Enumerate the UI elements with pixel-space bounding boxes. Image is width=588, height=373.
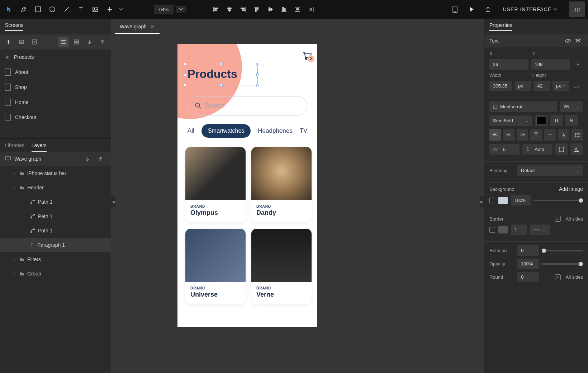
valign-middle-icon[interactable] bbox=[544, 129, 556, 141]
font-color-swatch[interactable] bbox=[535, 115, 547, 126]
background-opacity[interactable]: 100% bbox=[511, 195, 531, 206]
align-hcenter-icon[interactable] bbox=[223, 3, 236, 16]
opacity-slider[interactable] bbox=[542, 263, 583, 265]
screen-item[interactable]: Home bbox=[0, 95, 111, 110]
cat-all[interactable]: All bbox=[188, 127, 194, 134]
layer-item[interactable]: ›Group bbox=[0, 266, 111, 281]
layer-root-row[interactable]: Wave graph bbox=[0, 152, 111, 166]
background-opacity-slider[interactable] bbox=[534, 200, 583, 201]
cat-smartwatches[interactable]: Smartwatches bbox=[201, 124, 251, 138]
border-style-select[interactable]: ⌄ bbox=[530, 225, 550, 235]
valign-top-icon[interactable] bbox=[530, 129, 542, 141]
align-top-icon[interactable] bbox=[250, 3, 263, 16]
layer-item[interactable]: TParagraph 1 bbox=[0, 238, 111, 252]
text-tool[interactable]: T bbox=[75, 3, 87, 16]
add-tool[interactable] bbox=[103, 3, 116, 16]
tab-layers[interactable]: Layers bbox=[32, 142, 47, 152]
y-input[interactable]: 109 bbox=[531, 59, 570, 70]
view-list-icon[interactable] bbox=[58, 37, 68, 47]
canvas-area[interactable]: Wave graph ✕ ◀ ▶ 2 Products All bbox=[111, 19, 484, 373]
link-dimensions-icon[interactable] bbox=[572, 81, 582, 91]
search-input[interactable] bbox=[205, 102, 300, 109]
round-allsides-checkbox[interactable] bbox=[555, 274, 561, 280]
screen-item[interactable]: ★Products bbox=[0, 49, 111, 65]
strikethrough-icon[interactable]: S bbox=[565, 115, 578, 126]
layer-item[interactable]: Path 1 bbox=[0, 195, 111, 209]
screen-item[interactable]: Checkout bbox=[0, 110, 111, 125]
border-width-input[interactable]: 1 bbox=[511, 225, 527, 235]
add-screen-icon[interactable] bbox=[4, 37, 14, 47]
distribute-v-icon[interactable] bbox=[291, 3, 304, 16]
close-icon[interactable]: ✕ bbox=[150, 24, 155, 29]
distribute-h-icon[interactable] bbox=[305, 3, 318, 16]
product-card[interactable]: BRANDUniverse bbox=[185, 229, 246, 304]
project-dropdown[interactable]: USER INTERFACE bbox=[498, 4, 562, 15]
layer-item[interactable]: ›Filters bbox=[0, 252, 111, 266]
zoom-caret[interactable] bbox=[176, 6, 186, 13]
layer-item[interactable]: ⌄Header bbox=[0, 180, 111, 195]
border-swatch[interactable] bbox=[498, 226, 508, 233]
list-icon[interactable] bbox=[572, 129, 583, 141]
chevron-icon[interactable]: › bbox=[12, 272, 16, 276]
text-align-center-icon[interactable] bbox=[503, 129, 514, 141]
valign-bottom-icon[interactable] bbox=[558, 129, 569, 141]
opacity-input[interactable]: 100% bbox=[517, 259, 539, 269]
layer-down-icon[interactable] bbox=[82, 154, 92, 164]
border-enable-checkbox[interactable] bbox=[489, 227, 495, 233]
zoom-level[interactable]: 64% bbox=[154, 5, 174, 14]
product-card[interactable]: BRANDOlympus bbox=[185, 147, 246, 222]
background-swatch[interactable] bbox=[498, 197, 508, 204]
text-color-icon[interactable]: A bbox=[570, 143, 583, 155]
screen-image-icon[interactable] bbox=[16, 37, 27, 47]
sort-up-icon[interactable] bbox=[97, 37, 107, 47]
add-tool-caret[interactable] bbox=[118, 3, 124, 16]
layer-item[interactable]: ›iPhone status bar bbox=[0, 166, 111, 180]
letter-spacing-input[interactable]: AV0 bbox=[489, 144, 520, 155]
product-card[interactable]: BRANDDandy bbox=[251, 147, 312, 222]
pin-icon[interactable] bbox=[573, 60, 583, 70]
screen-item[interactable]: About bbox=[0, 65, 111, 80]
artboard[interactable]: 2 Products All Smartwatches Headphones T… bbox=[177, 44, 317, 327]
chevron-icon[interactable]: ⌄ bbox=[12, 185, 16, 190]
layers-stack-icon[interactable] bbox=[573, 36, 583, 46]
sort-down-icon[interactable] bbox=[84, 37, 94, 47]
collapse-left-icon[interactable]: ◀ bbox=[111, 196, 115, 207]
select-tool[interactable] bbox=[3, 3, 16, 16]
tab-libraries[interactable]: Libraries bbox=[5, 142, 24, 152]
align-right-icon[interactable] bbox=[237, 3, 250, 16]
font-weight-select[interactable]: SemiBold⌄ bbox=[489, 115, 532, 126]
chevron-icon[interactable]: › bbox=[12, 171, 16, 175]
layer-item[interactable]: Path 1 bbox=[0, 209, 111, 223]
font-size-select[interactable]: 26⌄ bbox=[560, 101, 583, 112]
layer-up-icon[interactable] bbox=[96, 154, 106, 164]
align-bottom-icon[interactable] bbox=[278, 3, 290, 16]
rotation-input[interactable]: 0° bbox=[517, 245, 539, 256]
round-input[interactable]: 0 bbox=[517, 272, 539, 282]
align-left-icon[interactable] bbox=[209, 3, 222, 16]
chevron-icon[interactable]: › bbox=[12, 257, 16, 261]
border-allsides-checkbox[interactable] bbox=[555, 216, 561, 222]
layer-item[interactable]: Path 1 bbox=[0, 223, 111, 238]
image-tool[interactable] bbox=[89, 3, 102, 16]
ellipse-tool[interactable] bbox=[46, 3, 59, 16]
line-height-input[interactable]: Auto bbox=[522, 144, 553, 155]
pen-tool[interactable] bbox=[17, 3, 30, 16]
x-input[interactable]: 26 bbox=[489, 59, 528, 70]
rotation-slider[interactable] bbox=[542, 250, 583, 251]
width-unit[interactable]: px bbox=[514, 81, 531, 91]
user-avatar[interactable]: JD bbox=[569, 1, 585, 17]
device-icon[interactable] bbox=[449, 3, 461, 16]
visibility-icon[interactable] bbox=[563, 36, 573, 46]
rect-tool[interactable] bbox=[32, 3, 44, 16]
underline-icon[interactable]: U bbox=[550, 115, 563, 126]
background-enable-checkbox[interactable] bbox=[489, 198, 495, 203]
product-card[interactable]: BRANDVerne bbox=[251, 229, 312, 304]
text-box-icon[interactable] bbox=[555, 143, 568, 155]
text-align-right-icon[interactable] bbox=[517, 129, 528, 141]
collapse-right-icon[interactable]: ▶ bbox=[480, 196, 484, 207]
line-tool[interactable] bbox=[60, 3, 73, 16]
upload-icon[interactable] bbox=[482, 3, 494, 16]
text-align-left-icon[interactable] bbox=[489, 129, 501, 141]
cat-headphones[interactable]: Headphones bbox=[258, 127, 292, 134]
file-tab[interactable]: Wave graph ✕ bbox=[115, 20, 160, 34]
